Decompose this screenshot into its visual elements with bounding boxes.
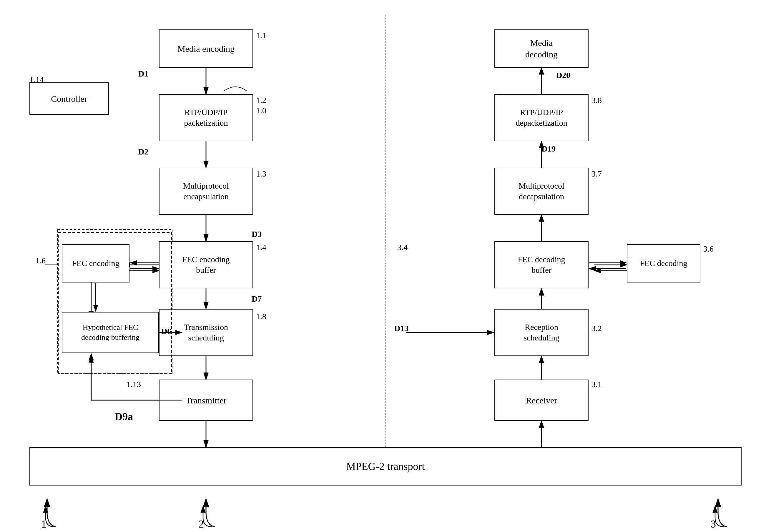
fec-dec-buffer-box: FEC decodingbuffer — [494, 241, 589, 288]
label-D3: D3 — [252, 230, 262, 239]
hyp-fec-decoding-box: Hypothetical FECdecoding buffering — [62, 312, 159, 353]
ref-3-1: 3.1 — [591, 380, 602, 389]
label-D20: D20 — [556, 71, 570, 80]
ref-1-13: 1.13 — [127, 380, 141, 389]
ref-1-8: 1.8 — [256, 312, 266, 321]
divider — [385, 15, 386, 450]
ref-1-3: 1.3 — [256, 169, 266, 179]
label-D9a: D9a — [115, 410, 133, 423]
multiprotocol-enc-box: Multiprotocolencapsulation — [159, 168, 253, 215]
ref-1-14: 1.14 — [29, 75, 44, 84]
label-D6: D6 — [161, 327, 171, 336]
media-encoding-box: Media encoding — [159, 29, 253, 68]
ref-3-bottom: 3 — [711, 518, 716, 530]
label-D7: D7 — [252, 294, 262, 304]
ref-3-6: 3.6 — [703, 244, 714, 254]
ref-3-7: 3.7 — [591, 169, 602, 179]
label-D19: D19 — [541, 144, 556, 154]
label-D13: D13 — [394, 324, 408, 333]
ref-1-1: 1.1 — [256, 31, 266, 40]
rtp-udp-depack-box: RTP/UDP/IPdepacketization — [494, 94, 589, 141]
fec-decoding-box: FEC decoding — [627, 244, 700, 282]
ref-1-0: 1.0 — [256, 106, 266, 115]
ref-2-bottom: 2 — [199, 518, 204, 530]
ref-1-4: 1.4 — [256, 243, 266, 252]
transmission-scheduling-box: Transmissionscheduling — [159, 309, 253, 356]
media-decoding-box: Mediadecoding — [494, 29, 589, 68]
ref-1-2: 1.2 — [256, 96, 266, 105]
fec-encoding-box: FEC encoding — [62, 244, 129, 282]
ref-3-4: 3.4 — [397, 243, 408, 252]
ref-3-2: 3.2 — [591, 324, 602, 333]
reception-scheduling-box: Receptionscheduling — [494, 309, 589, 356]
multiprotocol-dec-box: Multiprotocoldecapsulation — [494, 168, 589, 215]
label-D1: D1 — [138, 69, 148, 79]
label-D2: D2 — [138, 147, 148, 157]
rtp-udp-pack-box: RTP/UDP/IPpacketization — [159, 94, 253, 141]
controller-box: Controller — [29, 82, 109, 115]
mpeg2-transport-box: MPEG-2 transport — [29, 447, 742, 486]
ref-1-6: 1.6 — [35, 256, 46, 265]
diagram: Media encoding 1.1 RTP/UDP/IPpacketizati… — [0, 0, 771, 532]
fec-enc-buffer-box: FEC encodingbuffer — [159, 241, 253, 288]
ref-3-8: 3.8 — [591, 96, 602, 105]
transmitter-box: Transmitter — [159, 380, 253, 421]
receiver-box: Receiver — [494, 380, 589, 421]
ref-1-bottom: 1 — [41, 518, 46, 530]
